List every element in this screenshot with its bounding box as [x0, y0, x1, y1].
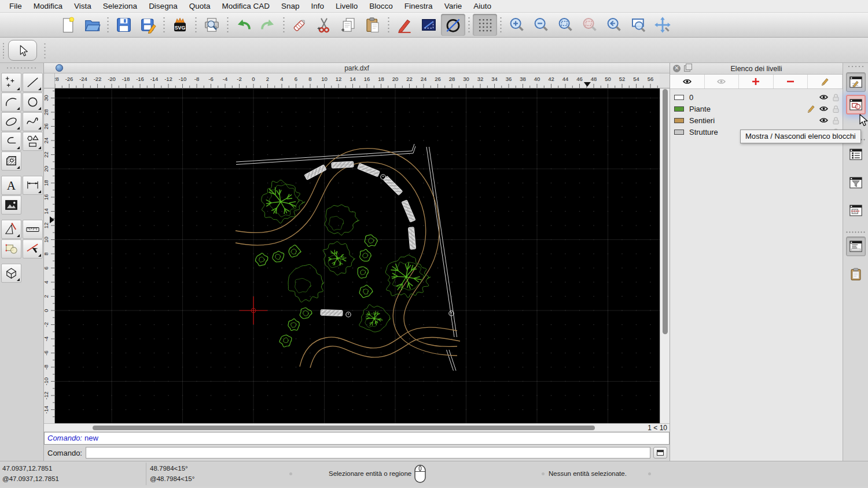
selection-pointer-button[interactable] — [8, 40, 37, 61]
menu-snap[interactable]: Snap — [275, 0, 306, 12]
menu-finestra[interactable]: Finestra — [399, 0, 439, 12]
menu-vista[interactable]: Vista — [68, 0, 97, 12]
print-preview-button[interactable] — [200, 14, 224, 36]
tool-ellipse-button[interactable] — [1, 112, 21, 131]
tool-shapes-button[interactable] — [23, 132, 43, 151]
tool-spline-button[interactable] — [23, 112, 43, 131]
menu-bar: FileModificaVistaSelezionaDisegnaQuotaMo… — [0, 0, 868, 13]
command-prompt-label: Comando: — [47, 449, 82, 457]
tool-modify-button[interactable] — [1, 220, 21, 239]
menu-quota[interactable]: Quota — [183, 0, 216, 12]
svg-text:-12: -12 — [44, 391, 49, 400]
draw-prefs-button[interactable] — [392, 14, 417, 36]
tool-options-bar — [0, 38, 868, 63]
save-as-button[interactable] — [136, 14, 160, 36]
layer-color-swatch[interactable] — [674, 130, 684, 135]
save-button[interactable] — [112, 14, 136, 36]
tool-image-button[interactable] — [1, 195, 21, 215]
menu-seleziona[interactable]: Seleziona — [97, 0, 143, 12]
zoom-select-button[interactable] — [578, 14, 602, 36]
menu-file[interactable]: File — [3, 0, 28, 12]
cut-button[interactable] — [312, 14, 336, 36]
drawing-canvas[interactable] — [55, 88, 660, 423]
vertical-scrollbar[interactable] — [660, 88, 670, 423]
tool-hatch-button[interactable] — [1, 151, 21, 171]
tool-arc-button[interactable] — [1, 93, 21, 112]
menu-livello[interactable]: Livello — [330, 0, 363, 12]
menu-info[interactable]: Info — [306, 0, 330, 12]
delete-eraser-button[interactable] — [288, 14, 312, 36]
redo-button[interactable] — [256, 14, 280, 36]
camera-view-dock-toggle[interactable] — [846, 201, 866, 220]
horizontal-scrollbar[interactable]: 1 < 10 — [44, 423, 670, 431]
status-led — [542, 472, 545, 475]
layer-color-swatch[interactable] — [674, 118, 684, 123]
menu-aiuto[interactable]: Aiuto — [468, 0, 497, 12]
tool-solid-button[interactable] — [1, 264, 21, 283]
layer-lock-toggle[interactable] — [830, 93, 841, 102]
tool-selection-button[interactable] — [1, 239, 21, 258]
palette-drag-handle[interactable] — [6, 66, 38, 69]
layer-row-piante[interactable]: Piante — [670, 103, 843, 114]
layer-visibility-toggle[interactable] — [817, 116, 830, 124]
draft-mode-button[interactable] — [441, 14, 465, 36]
layer-row-0[interactable]: 0 — [670, 91, 843, 103]
tool-points-button[interactable] — [1, 73, 21, 92]
undo-button[interactable] — [231, 14, 256, 36]
selection-filter-dock-toggle[interactable] — [846, 173, 866, 193]
layer-color-swatch[interactable] — [674, 95, 684, 100]
zoom-in-button[interactable] — [505, 14, 529, 36]
document-titlebar[interactable]: park.dxf — [44, 63, 670, 73]
horizontal-scroll-thumb[interactable] — [93, 426, 595, 430]
tool-polyline-button[interactable] — [1, 132, 21, 151]
edit-layer-button[interactable] — [808, 75, 843, 88]
show-all-layers-button[interactable] — [670, 75, 705, 88]
dock-drag-handle[interactable] — [847, 65, 865, 68]
layer-list-dock-toggle[interactable] — [846, 72, 866, 92]
grid-toggle-button[interactable] — [473, 14, 497, 36]
paste-button[interactable] — [361, 14, 385, 36]
layer-lock-toggle[interactable] — [830, 105, 841, 113]
svg-export-button[interactable]: SVG — [168, 14, 192, 36]
menu-blocco[interactable]: Blocco — [363, 0, 399, 12]
library-browser-dock-toggle[interactable] — [846, 145, 866, 164]
command-input[interactable] — [86, 447, 650, 459]
vertical-scroll-thumb[interactable] — [663, 89, 668, 334]
zoom-window-button[interactable] — [626, 14, 650, 36]
ruler-corner-right — [660, 73, 670, 88]
tool-measure-button[interactable] — [23, 220, 43, 239]
menu-modifica-cad[interactable]: Modifica CAD — [216, 0, 275, 12]
layer-visibility-toggle[interactable] — [817, 105, 830, 113]
layer-color-swatch[interactable] — [674, 106, 684, 112]
menu-disegna[interactable]: Disegna — [143, 0, 183, 12]
add-layer-button[interactable] — [739, 75, 774, 88]
zoom-prev-button[interactable] — [602, 14, 626, 36]
tool-circle-button[interactable] — [23, 93, 43, 112]
tool-deselect-button[interactable] — [23, 239, 43, 258]
tool-text-button[interactable]: A — [1, 176, 21, 195]
toolbar-drag-handle[interactable] — [2, 42, 5, 58]
app-prefs-button[interactable] — [417, 14, 441, 36]
zoom-auto-button[interactable] — [553, 14, 578, 36]
tool-line-button[interactable] — [23, 73, 43, 92]
layer-row-sentieri[interactable]: Sentieri — [670, 114, 843, 126]
zoom-out-button[interactable] — [529, 14, 553, 36]
new-file-button[interactable] — [56, 14, 80, 36]
command-expand-button[interactable] — [653, 447, 667, 459]
command-line-dock-toggle[interactable] — [846, 236, 866, 256]
layer-name: Piante — [689, 105, 804, 113]
svg-text:18: 18 — [44, 180, 49, 186]
open-folder-button[interactable] — [80, 14, 104, 36]
menu-varie[interactable]: Varie — [439, 0, 468, 12]
copy-button[interactable] — [336, 14, 361, 36]
submenu-corner — [38, 107, 41, 110]
tool-dimension-button[interactable] — [23, 176, 43, 195]
layer-lock-toggle[interactable] — [830, 116, 841, 125]
remove-layer-button[interactable] — [774, 75, 808, 88]
hide-all-layers-button[interactable] — [705, 75, 740, 88]
clipboard-dock-toggle[interactable] — [846, 264, 866, 284]
block-list-dock-toggle[interactable] — [846, 95, 866, 114]
pan-button[interactable] — [650, 14, 675, 36]
menu-modifica[interactable]: Modifica — [28, 0, 68, 12]
layer-visibility-toggle[interactable] — [817, 93, 830, 101]
